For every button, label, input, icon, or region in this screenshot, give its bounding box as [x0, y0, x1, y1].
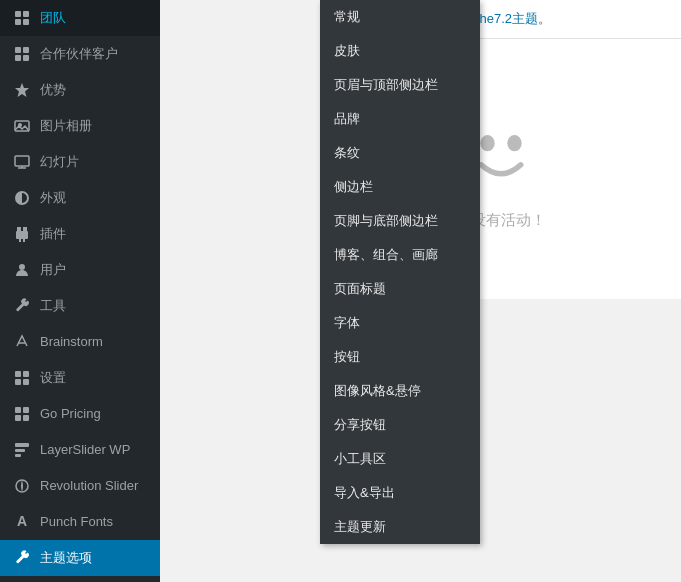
svg-rect-29: [15, 443, 29, 447]
svg-rect-30: [15, 449, 25, 452]
svg-rect-31: [15, 454, 21, 457]
sidebar-item-tools[interactable]: 工具: [0, 288, 160, 324]
sidebar-item-go-pricing[interactable]: Go Pricing: [0, 396, 160, 432]
svg-point-19: [19, 264, 25, 270]
submenu-item-6[interactable]: 页脚与底部侧边栏: [320, 204, 480, 238]
submenu-item-0[interactable]: 常规: [320, 0, 480, 34]
sidebar-item-punch-fonts[interactable]: A Punch Fonts: [0, 504, 160, 540]
svg-rect-7: [23, 55, 29, 61]
sidebar-label-plugins: 插件: [40, 225, 66, 243]
team-icon: [12, 8, 32, 28]
users-icon: [12, 260, 32, 280]
tools-icon: [12, 296, 32, 316]
submenu-item-13[interactable]: 小工具区: [320, 442, 480, 476]
svg-rect-15: [23, 227, 27, 231]
sidebar-label-appearance: 外观: [40, 189, 66, 207]
sidebar-label-theme-options: 主题选项: [40, 549, 92, 567]
submenu-item-14[interactable]: 导入&导出: [320, 476, 480, 510]
go-pricing-icon: [12, 404, 32, 424]
svg-rect-0: [15, 11, 21, 17]
plugins-icon: [12, 224, 32, 244]
svg-rect-27: [15, 415, 21, 421]
sidebar-label-tools: 工具: [40, 297, 66, 315]
submenu-item-11[interactable]: 图像风格&悬停: [320, 374, 480, 408]
submenu-item-4[interactable]: 条纹: [320, 136, 480, 170]
submenu-item-5[interactable]: 侧边栏: [320, 170, 480, 204]
svg-rect-25: [15, 407, 21, 413]
submenu: 常规 皮肤 页眉与顶部侧边栏 品牌 条纹 侧边栏 页脚与底部侧边栏 博客、组合、…: [320, 0, 480, 544]
svg-rect-6: [15, 55, 21, 61]
advantage-icon: [12, 80, 32, 100]
sidebar-item-slideshow[interactable]: 幻灯片: [0, 144, 160, 180]
sidebar-item-photos[interactable]: 图片相册: [0, 108, 160, 144]
sidebar-label-revolution: Revolution Slider: [40, 477, 138, 495]
sidebar: 团队 合作伙伴客户 优势 图片相册 幻灯片 外观: [0, 0, 160, 582]
sidebar-item-revolution[interactable]: Revolution Slider: [0, 468, 160, 504]
svg-rect-4: [15, 47, 21, 53]
svg-rect-14: [17, 227, 21, 231]
sidebar-item-team[interactable]: 团队: [0, 0, 160, 36]
svg-rect-2: [15, 19, 21, 25]
svg-rect-3: [23, 19, 29, 25]
sidebar-item-settings[interactable]: 设置: [0, 360, 160, 396]
layerslider-icon: [12, 440, 32, 460]
submenu-item-10[interactable]: 按钮: [320, 340, 480, 374]
svg-rect-18: [23, 239, 25, 242]
slideshow-icon: [12, 152, 32, 172]
submenu-item-9[interactable]: 字体: [320, 306, 480, 340]
sidebar-label-go-pricing: Go Pricing: [40, 405, 101, 423]
sidebar-label-layerslider: LayerSlider WP: [40, 441, 130, 459]
svg-rect-1: [23, 11, 29, 17]
sidebar-item-appearance[interactable]: 外观: [0, 180, 160, 216]
theme-link[interactable]: The7.2主题: [472, 11, 538, 26]
svg-marker-8: [15, 83, 29, 97]
main-content: 常规 皮肤 页眉与顶部侧边栏 品牌 条纹 侧边栏 页脚与底部侧边栏 博客、组合、…: [160, 0, 681, 582]
partners-icon: [12, 44, 32, 64]
sidebar-item-brainstorm[interactable]: Brainstorm: [0, 324, 160, 360]
svg-rect-24: [23, 379, 29, 385]
svg-rect-21: [15, 371, 21, 377]
photos-icon: [12, 116, 32, 136]
svg-point-33: [507, 135, 521, 151]
sidebar-item-layerslider[interactable]: LayerSlider WP: [0, 432, 160, 468]
svg-rect-23: [15, 379, 21, 385]
svg-rect-16: [16, 231, 28, 239]
sidebar-label-punch-fonts: Punch Fonts: [40, 513, 113, 531]
sidebar-label-team: 团队: [40, 9, 66, 27]
svg-rect-11: [15, 156, 29, 166]
submenu-item-2[interactable]: 页眉与顶部侧边栏: [320, 68, 480, 102]
submenu-item-1[interactable]: 皮肤: [320, 34, 480, 68]
punch-fonts-icon: A: [12, 512, 32, 532]
sidebar-item-theme-options[interactable]: 主题选项: [0, 540, 160, 576]
sidebar-label-settings: 设置: [40, 369, 66, 387]
submenu-item-8[interactable]: 页面标题: [320, 272, 480, 306]
brainstorm-icon: [12, 332, 32, 352]
submenu-item-15[interactable]: 主题更新: [320, 510, 480, 544]
sidebar-item-advantage[interactable]: 优势: [0, 72, 160, 108]
sidebar-item-partners[interactable]: 合作伙伴客户: [0, 36, 160, 72]
sidebar-label-advantage: 优势: [40, 81, 66, 99]
svg-rect-26: [23, 407, 29, 413]
sidebar-label-slideshow: 幻灯片: [40, 153, 79, 171]
sidebar-label-users: 用户: [40, 261, 66, 279]
svg-point-32: [480, 135, 494, 151]
sidebar-item-users[interactable]: 用户: [0, 252, 160, 288]
wp-version-suffix: 。: [538, 11, 551, 26]
svg-rect-22: [23, 371, 29, 377]
sidebar-item-plugins[interactable]: 插件: [0, 216, 160, 252]
submenu-item-12[interactable]: 分享按钮: [320, 408, 480, 442]
sidebar-label-photos: 图片相册: [40, 117, 92, 135]
revolution-icon: [12, 476, 32, 496]
sidebar-label-partners: 合作伙伴客户: [40, 45, 118, 63]
svg-rect-17: [19, 239, 21, 242]
settings-icon: [12, 368, 32, 388]
theme-options-icon: [12, 548, 32, 568]
submenu-item-7[interactable]: 博客、组合、画廊: [320, 238, 480, 272]
svg-rect-5: [23, 47, 29, 53]
appearance-icon: [12, 188, 32, 208]
sidebar-label-brainstorm: Brainstorm: [40, 333, 103, 351]
svg-rect-28: [23, 415, 29, 421]
submenu-item-3[interactable]: 品牌: [320, 102, 480, 136]
